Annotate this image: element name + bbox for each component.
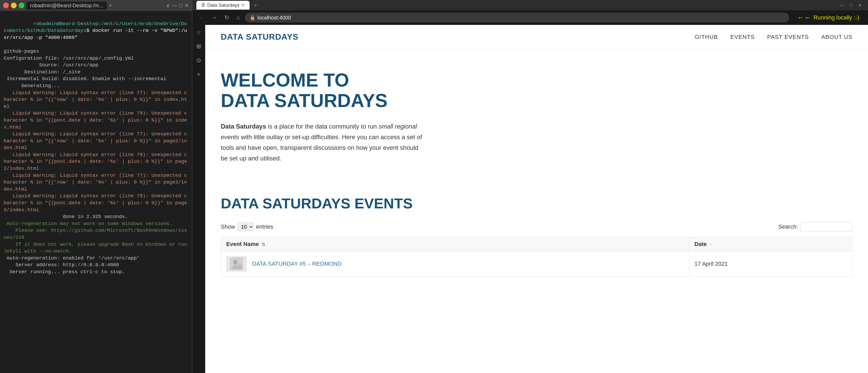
terminal-line: Auto-regeneration: enabled for '/usr/src… (4, 255, 188, 262)
entries-select[interactable]: 10 25 50 (238, 223, 253, 231)
terminal-line: Liquid Warning: Liquid syntax error (lin… (4, 131, 188, 151)
hero-bold-text: Data Saturdays (221, 123, 266, 130)
terminal-output: github-pagesConfiguration file: /usr/src… (4, 48, 188, 275)
terminal-line: Source: /usr/src/app (4, 62, 188, 69)
hero-text-1: is a place for the data community to run (268, 123, 378, 130)
search-label: Search: (778, 224, 798, 230)
event-thumbnail (226, 256, 247, 272)
terminal-line: Server address: http://0.0.0.0:4000 (4, 262, 188, 269)
terminal-line: Incremental build: disabled. Enable with… (4, 75, 188, 82)
lock-icon: 🔒 (250, 15, 255, 21)
events-table-body: DATA SATURDAY #5 – REDMOND 17 April 2021 (221, 251, 852, 276)
table-row: DATA SATURDAY #5 – REDMOND 17 April 2021 (221, 251, 852, 276)
events-controls: Show 10 25 50 entries Search: (221, 222, 852, 232)
show-label: Show (221, 224, 235, 230)
site-navbar: DATA SATURDAYS GITHUB EVENTS PAST EVENTS… (205, 25, 868, 49)
running-locally-text: Running locally :-) (813, 14, 859, 21)
hero-section: WELCOME TO DATA SATURDAYS Data Saturdays… (205, 49, 868, 179)
sort-date-icon: ↑ (710, 242, 712, 247)
entries-label: entries (256, 224, 273, 230)
terminal-line: Liquid Warning: Liquid syntax error (lin… (4, 110, 188, 131)
terminal-close-btn[interactable] (3, 3, 9, 8)
browser-winmax-btn[interactable]: □ (847, 2, 854, 8)
terminal-line: Server running... press ctrl-c to stop. (4, 269, 188, 275)
nav-events[interactable]: EVENTS (730, 34, 755, 40)
terminal-window: robadmin@Beard-Desktop:/m... + ∨ — □ ✕ r… (0, 0, 192, 373)
browser-sidebar: ☆ ⊞ ⊙ + (192, 25, 205, 373)
event-name-cell: DATA SATURDAY #5 – REDMOND (221, 251, 689, 276)
events-table-head: Event Name ⇅ Date ↑ (221, 237, 852, 251)
search-box: Search: (778, 222, 852, 232)
sidebar-collections-icon[interactable]: ⊞ (195, 42, 202, 51)
terminal-new-tab-btn[interactable]: + (109, 3, 112, 8)
hero-title: WELCOME TO DATA SATURDAYS (221, 70, 397, 111)
browser-winclose-btn[interactable]: ✕ (856, 2, 864, 8)
hero-description: Data Saturdays is a place for the data c… (221, 121, 423, 164)
terminal-line: If it does not work, please upgrade Bash… (4, 241, 188, 255)
arrow-icon: ←← (797, 13, 811, 22)
terminal-titlebar: robadmin@Beard-Desktop:/m... + ∨ — □ ✕ (0, 0, 192, 11)
nav-about-us[interactable]: ABOUT US (821, 34, 852, 40)
browser-tab[interactable]: 🗓 Data Saturdays ✕ (196, 1, 250, 9)
terminal-tab[interactable]: robadmin@Beard-Desktop:/m... (27, 2, 107, 9)
terminal-chevron-btn[interactable]: ∨ (166, 2, 170, 8)
sidebar-favorites-icon[interactable]: ☆ (195, 28, 203, 37)
website-content: DATA SATURDAYS GITHUB EVENTS PAST EVENTS… (205, 25, 868, 373)
terminal-line: github-pages (4, 48, 188, 55)
terminal-line: Liquid Warning: Liquid syntax error (lin… (4, 193, 188, 213)
event-link[interactable]: DATA SATURDAY #5 – REDMOND (252, 261, 342, 267)
browser-favicon: 🗓 (201, 3, 206, 8)
browser-tab-label: Data Saturdays (207, 3, 240, 8)
event-date-cell: 17 April 2021 (689, 251, 852, 276)
browser-main: ☆ ⊞ ⊙ + DATA SATURDAYS GITHUB EVENTS PAS… (192, 25, 868, 373)
site-logo: DATA SATURDAYS (221, 32, 299, 42)
back-btn[interactable]: ← (196, 13, 206, 22)
terminal-winmax-btn[interactable]: □ (179, 3, 182, 8)
events-section-title: DATA SATURDAYS EVENTS (221, 195, 852, 212)
terminal-line: Liquid Warning: Liquid syntax error (lin… (4, 172, 188, 193)
browser-toolbar: ← → ↻ ⌂ 🔒 ←← Running locally :-) (192, 10, 868, 25)
terminal-line: Auto-regeneration may not work on some W… (4, 220, 188, 227)
col-date[interactable]: Date ↑ (689, 237, 852, 251)
browser-window: 🗓 Data Saturdays ✕ + — □ ✕ ← → ↻ ⌂ 🔒 (192, 0, 868, 373)
site-nav-links: GITHUB EVENTS PAST EVENTS ABOUT US (695, 34, 852, 40)
browser-winmin-btn[interactable]: — (837, 2, 845, 8)
sidebar-add-icon[interactable]: + (196, 70, 202, 79)
address-bar-container[interactable]: 🔒 (245, 13, 789, 23)
terminal-winmin-btn[interactable]: — (172, 3, 177, 8)
col-event-name[interactable]: Event Name ⇅ (221, 237, 689, 251)
terminal-line: Please see: https://github.com/Microsoft… (4, 227, 188, 241)
search-input[interactable] (801, 222, 852, 232)
terminal-min-btn[interactable] (11, 3, 17, 8)
terminal-line: done in 2.325 seconds. (4, 213, 188, 220)
terminal-line: Liquid Warning: Liquid syntax error (lin… (4, 151, 188, 172)
terminal-line: Generating... (4, 82, 188, 90)
event-image-icon (230, 258, 243, 270)
terminal-body[interactable]: robadmin@Beard-Desktop:/mnt/c/Users/mrob… (0, 11, 192, 373)
address-input[interactable] (257, 15, 784, 21)
running-locally-badge: ←← Running locally :-) (792, 12, 864, 23)
events-section: DATA SATURDAYS EVENTS Show 10 25 50 entr… (205, 179, 868, 292)
terminal-max-btn[interactable] (19, 3, 24, 8)
forward-btn[interactable]: → (209, 13, 219, 22)
events-table: Event Name ⇅ Date ↑ (221, 237, 852, 277)
terminal-winclose-btn[interactable]: ✕ (184, 2, 189, 8)
home-btn[interactable]: ⌂ (234, 13, 242, 22)
sidebar-history-icon[interactable]: ⊙ (195, 56, 202, 65)
nav-past-events[interactable]: PAST EVENTS (767, 34, 809, 40)
new-tab-btn[interactable]: + (254, 2, 257, 9)
nav-github[interactable]: GITHUB (695, 34, 718, 40)
refresh-btn[interactable]: ↻ (222, 13, 231, 22)
terminal-line: Liquid Warning: Liquid syntax error (lin… (4, 90, 188, 110)
browser-titlebar: 🗓 Data Saturdays ✕ + — □ ✕ (192, 0, 868, 10)
terminal-prompt-line: robadmin@Beard-Desktop:/mnt/c/Users/mrob… (4, 13, 188, 48)
terminal-line: Configuration file: /usr/src/app/_config… (4, 55, 188, 62)
browser-tab-close-btn[interactable]: ✕ (241, 2, 245, 8)
hero-text-2: with little outlay or set-up difficultie… (221, 134, 422, 162)
show-entries-control: Show 10 25 50 entries (221, 223, 273, 231)
terminal-line: Destination: /_site (4, 69, 188, 76)
svg-point-1 (233, 260, 237, 264)
sort-event-name-icon: ⇅ (261, 242, 266, 247)
